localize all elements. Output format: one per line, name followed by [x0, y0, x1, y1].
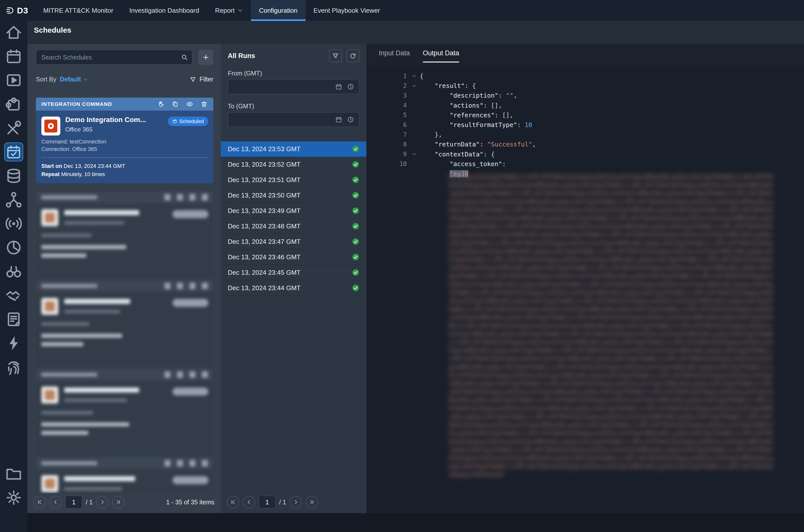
page-number-box[interactable]: 1	[259, 496, 276, 509]
run-item[interactable]: Dec 13, 2024 23:46 GMT	[221, 250, 366, 265]
sidebar-item-report-script[interactable]	[4, 310, 23, 329]
blurred-schedule-card[interactable]	[36, 280, 213, 366]
nav-item-investigation-dashboard[interactable]: Investigation Dashboard	[121, 0, 207, 21]
line-number: 10	[366, 160, 409, 167]
fold-toggle-icon[interactable]	[412, 83, 417, 89]
fold-toggle-icon[interactable]	[412, 151, 417, 157]
search-input[interactable]	[36, 50, 193, 65]
filter-label: Filter	[199, 76, 213, 83]
nav-item-label: Configuration	[259, 7, 297, 15]
sidebar-item-media-play[interactable]	[4, 71, 23, 90]
code-line: 10"access_token":	[366, 159, 804, 169]
blurred-schedule-card[interactable]	[36, 191, 213, 277]
last-page-button[interactable]	[112, 496, 125, 508]
sidebar-item-binoculars[interactable]	[4, 262, 23, 281]
first-page-button[interactable]	[33, 496, 46, 508]
sidebar-item-schedule-calendar[interactable]	[4, 142, 23, 162]
copy-icon[interactable]	[171, 100, 179, 108]
sidebar-item-broadcast[interactable]	[4, 214, 23, 233]
previous-page-icon	[246, 499, 252, 505]
fold-toggle-icon[interactable]	[412, 74, 417, 79]
lightning-icon	[4, 334, 23, 353]
next-page-button[interactable]	[96, 496, 109, 508]
plus-icon	[202, 54, 209, 61]
runs-pagination: 1 / 1	[227, 496, 360, 509]
run-item[interactable]: Dec 13, 2024 23:44 GMT	[221, 281, 366, 296]
fingerprint-icon	[4, 358, 23, 377]
previous-page-button[interactable]	[243, 496, 255, 508]
connection-line: Connection: Office 365	[41, 146, 208, 153]
scheduled-badge: Scheduled	[168, 117, 208, 126]
nav-item-mitre-att-ck-monitor[interactable]: MITRE ATT&CK Monitor	[35, 0, 121, 21]
clock-icon[interactable]	[347, 116, 354, 123]
run-item[interactable]: Dec 13, 2024 23:48 GMT	[221, 219, 366, 234]
next-page-icon	[293, 499, 299, 505]
last-page-button[interactable]	[306, 496, 318, 508]
run-item[interactable]: Dec 13, 2024 23:51 GMT	[221, 172, 366, 188]
eye-icon[interactable]	[186, 100, 194, 108]
add-schedule-button[interactable]	[198, 50, 213, 65]
funnel-icon	[332, 52, 339, 59]
to-date-input[interactable]	[228, 116, 335, 123]
hand-icon[interactable]	[157, 100, 164, 108]
run-timestamp: Dec 13, 2024 23:48 GMT	[228, 223, 300, 230]
run-item[interactable]: Dec 13, 2024 23:50 GMT	[221, 188, 366, 203]
code-line: 4"actions": [],	[366, 101, 804, 110]
sort-dropdown[interactable]: Default	[60, 76, 88, 83]
calendar-icon	[172, 119, 177, 124]
schedule-card-selected[interactable]: INTEGRATION COMMAND Demo Integration Com…	[36, 98, 213, 183]
folder-icon	[4, 464, 23, 483]
clock-icon[interactable]	[347, 83, 354, 90]
code-line: 3"description": "",	[366, 91, 804, 100]
schedule-card-body: Demo Integration Com... Scheduled Office…	[36, 111, 213, 183]
previous-page-button[interactable]	[49, 496, 62, 508]
success-check-icon	[352, 269, 359, 276]
run-item[interactable]: Dec 13, 2024 23:45 GMT	[221, 265, 366, 281]
sidebar-item-pie-chart[interactable]	[4, 238, 23, 257]
run-item[interactable]: Dec 13, 2024 23:47 GMT	[221, 234, 366, 250]
run-timestamp: Dec 13, 2024 23:51 GMT	[228, 176, 300, 184]
start-line: Start on Dec 13, 2024 23:44 GMT	[41, 162, 208, 170]
tab-input-data[interactable]: Input Data	[379, 49, 410, 62]
trash-icon[interactable]	[200, 100, 208, 108]
run-item[interactable]: Dec 13, 2024 23:53 GMT	[221, 141, 366, 157]
json-code-viewer[interactable]: 1{2"result": {3"description": "",4"actio…	[366, 67, 804, 513]
search-icon[interactable]	[180, 53, 188, 61]
calendar-icon[interactable]	[335, 83, 343, 90]
nav-item-configuration[interactable]: Configuration	[251, 0, 306, 21]
nav-item-report[interactable]: Report	[207, 0, 251, 21]
blurred-schedule-card[interactable]	[36, 368, 213, 454]
sidebar-item-tools[interactable]	[4, 118, 23, 137]
sidebar-item-home[interactable]	[4, 23, 23, 42]
tab-output-data[interactable]: Output Data	[423, 49, 459, 62]
sidebar-item-network[interactable]	[4, 190, 23, 209]
line-number: 4	[366, 102, 409, 109]
sidebar-item-fingerprint[interactable]	[4, 358, 23, 377]
first-page-button[interactable]	[227, 496, 239, 508]
nav-item-event-playbook-viewer[interactable]: Event Playbook Viewer	[306, 0, 388, 21]
page-number-box[interactable]: 1	[65, 496, 82, 509]
d3-logo-text: D3	[17, 6, 28, 16]
success-check-icon	[352, 284, 359, 292]
next-page-button[interactable]	[290, 496, 302, 508]
runs-refresh-button[interactable]	[346, 49, 359, 62]
run-item[interactable]: Dec 13, 2024 23:52 GMT	[221, 157, 366, 172]
sidebar-item-settings-gear[interactable]	[4, 488, 23, 507]
sidebar-item-puzzle[interactable]	[4, 95, 23, 114]
sidebar-item-handshake[interactable]	[4, 286, 23, 305]
filter-button[interactable]: Filter	[189, 76, 213, 83]
sidebar-item-folder[interactable]	[4, 464, 23, 483]
run-item[interactable]: Dec 13, 2024 23:49 GMT	[221, 203, 366, 219]
d3-logo[interactable]: D3	[0, 5, 35, 16]
run-timestamp: Dec 13, 2024 23:44 GMT	[228, 284, 300, 292]
line-number: 5	[366, 112, 409, 118]
sidebar-item-database[interactable]	[4, 166, 23, 185]
line-number: 1	[366, 73, 409, 80]
sidebar-item-calendar[interactable]	[4, 47, 23, 66]
sidebar-item-lightning[interactable]	[4, 334, 23, 353]
blurred-schedule-card[interactable]	[36, 457, 213, 493]
calendar-icon[interactable]	[335, 116, 343, 123]
runs-filter-button[interactable]	[329, 49, 342, 62]
nav-item-label: MITRE ATT&CK Monitor	[43, 7, 113, 15]
from-date-input[interactable]	[228, 83, 335, 90]
